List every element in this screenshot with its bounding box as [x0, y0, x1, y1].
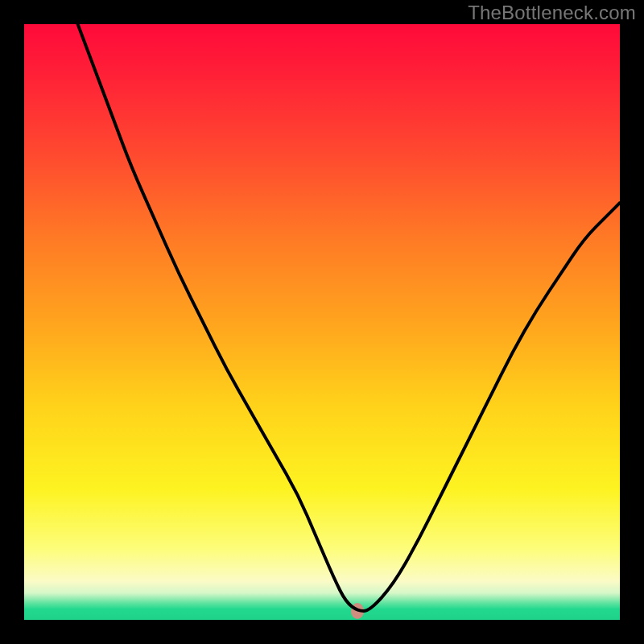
watermark-label: TheBottleneck.com	[468, 2, 636, 24]
plot-area	[24, 24, 620, 620]
bottleneck-curve	[24, 24, 620, 620]
chart-frame: TheBottleneck.com	[0, 0, 644, 644]
